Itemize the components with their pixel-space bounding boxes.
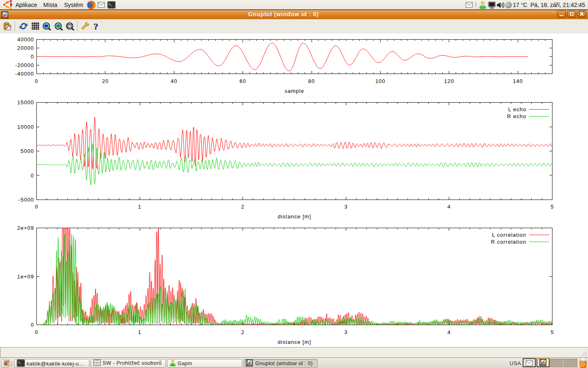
svg-text:3: 3 [344, 329, 347, 335]
svg-text:5: 5 [550, 329, 554, 335]
svg-text:5: 5 [550, 204, 554, 210]
svg-text:10000: 10000 [17, 124, 34, 130]
svg-text:2e+09: 2e+09 [17, 225, 34, 231]
svg-text:-5000: -5000 [18, 197, 34, 203]
svg-text:40000: 40000 [17, 36, 34, 43]
svg-text:R correlation: R correlation [491, 239, 526, 245]
svg-text:distance [m]: distance [m] [278, 213, 311, 220]
svg-text:1: 1 [138, 329, 141, 335]
svg-text:-20000: -20000 [15, 62, 34, 68]
svg-text:-40000: -40000 [15, 71, 34, 77]
svg-text:distance [m]: distance [m] [278, 339, 311, 345]
svg-text:140: 140 [513, 78, 523, 84]
svg-text:R echo: R echo [507, 113, 526, 119]
svg-text:2: 2 [241, 204, 245, 210]
svg-text:15000: 15000 [17, 99, 34, 105]
svg-text:20000: 20000 [17, 45, 34, 51]
svg-text:0: 0 [31, 54, 34, 60]
svg-text:0: 0 [35, 329, 38, 335]
svg-text:L correlation: L correlation [492, 232, 526, 238]
svg-text:0: 0 [35, 204, 38, 210]
svg-text:sample: sample [285, 88, 304, 94]
svg-text:120: 120 [444, 78, 454, 84]
svg-text:4: 4 [448, 204, 451, 210]
svg-text:40: 40 [171, 78, 177, 84]
svg-text:L echo: L echo [508, 106, 526, 112]
svg-text:4: 4 [448, 329, 451, 335]
svg-text:100: 100 [375, 78, 385, 84]
svg-text:2: 2 [241, 329, 245, 335]
svg-text:80: 80 [308, 78, 315, 84]
svg-text:60: 60 [239, 78, 246, 84]
svg-text:1: 1 [138, 204, 141, 210]
svg-text:0: 0 [35, 78, 38, 84]
svg-text:?: ? [94, 22, 98, 31]
svg-text:0: 0 [31, 173, 34, 179]
svg-text:0: 0 [31, 322, 34, 328]
svg-text:1e+09: 1e+09 [17, 274, 34, 280]
svg-text:3: 3 [344, 204, 347, 210]
svg-text:20: 20 [102, 78, 109, 84]
svg-text:5000: 5000 [21, 148, 34, 154]
